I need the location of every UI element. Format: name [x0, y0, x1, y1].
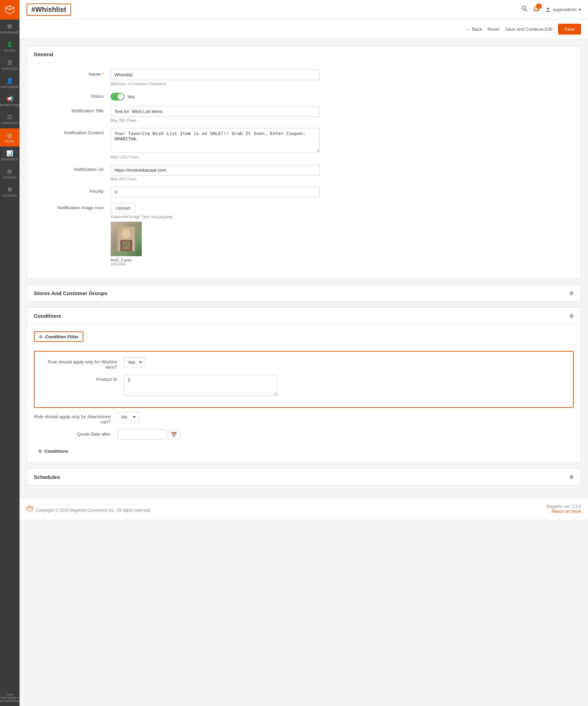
notification-url-hint: Max 250 Chars	[111, 177, 320, 181]
name-input[interactable]	[111, 69, 320, 80]
sidebar: ⊞ Dashboard 💲 Sales ☰ Catalog 👤 Customer…	[0, 0, 20, 706]
svg-point-10	[128, 245, 130, 247]
notification-title-label: Notification Title	[34, 106, 111, 113]
wishlist-rule-select-wrap: Yes No	[124, 357, 145, 367]
svg-point-0	[522, 6, 526, 10]
priority-input[interactable]	[111, 187, 320, 197]
sidebar-item-stores[interactable]: ⊞ Stores	[0, 165, 20, 183]
general-section-body: Name Minimum 3 Characters Required Statu…	[27, 62, 581, 279]
user-menu[interactable]: superadmin ▾	[545, 7, 581, 13]
upload-button[interactable]: Upload	[111, 203, 135, 213]
footer-copyright: Copyright © 2019 Magento Commerce Inc. A…	[27, 505, 151, 513]
wishlist-rule-select[interactable]: Yes No	[124, 357, 145, 367]
notification-title-hint: Max 250 Chars	[111, 118, 320, 122]
sidebar-item-system[interactable]: ⚙ System	[0, 183, 20, 201]
svg-point-9	[123, 245, 125, 247]
conditions-collapse-icon[interactable]: ⊕	[569, 313, 574, 319]
sidebar-item-push[interactable]: ◎ Push	[0, 128, 20, 147]
action-bar: ← Back Reset Save and Continue Edit Save	[20, 20, 588, 39]
abandoned-cart-select[interactable]: No Yes	[118, 412, 139, 422]
abandoned-cart-label: Rule should apply only for Abandoned car…	[34, 412, 118, 425]
notification-content-textarea[interactable]: Your favorite Wish List Item is on SALE!…	[111, 128, 320, 152]
condition-filter-badge[interactable]: ⊕ Condition Filter	[34, 331, 83, 342]
main-content: #Whishlist 4 superadmin	[20, 0, 588, 706]
quote-date-input[interactable]	[118, 429, 166, 440]
svg-point-2	[547, 8, 549, 10]
conditions-section: Conditions ⊕ ⊕ Condition Filter Rule sho…	[27, 307, 581, 463]
footer-version: Magento ver. 2.3.2	[546, 504, 581, 509]
page-content: General Name Minimum 3 Characters Requir…	[20, 39, 588, 498]
notification-url-row: Notification Url Max 250 Chars	[34, 165, 574, 181]
status-toggle-wrap: Yes	[111, 91, 320, 100]
notification-content-row: Notification Content Your favorite Wish …	[34, 128, 574, 159]
priority-row: Priority	[34, 187, 574, 197]
image-icon-label: Notification Image Icon	[34, 203, 111, 210]
sidebar-item-customers[interactable]: 👤 Customers	[0, 74, 20, 92]
image-preview: test2_2.jpeg 190x266	[111, 221, 320, 266]
notifications-icon[interactable]: 4	[533, 6, 540, 14]
reset-button[interactable]: Reset	[488, 27, 499, 32]
calendar-button[interactable]: 📅	[168, 430, 180, 440]
sidebar-item-reports[interactable]: 📊 Reports	[0, 147, 20, 165]
sub-conditions-label[interactable]: ⊕ Conditions	[34, 446, 72, 456]
sidebar-find-partners[interactable]: Find Partners & Extensions	[0, 690, 20, 706]
notification-url-label: Notification Url	[34, 165, 111, 172]
notification-url-field: Max 250 Chars	[111, 165, 320, 181]
sidebar-item-sales[interactable]: 💲 Sales	[0, 38, 20, 56]
name-hint: Minimum 3 Characters Required	[111, 82, 320, 86]
notification-count: 4	[536, 3, 542, 9]
sidebar-item-content[interactable]: ⊡ Content	[0, 110, 20, 128]
status-row: Status Yes	[34, 91, 574, 100]
stores-collapse-icon: ⊕	[569, 290, 574, 296]
push-icon: ◎	[7, 132, 13, 138]
sub-conditions-icon: ⊕	[38, 448, 42, 454]
image-icon-field: Upload Supported Image Type: png,jpg,jpe…	[111, 203, 320, 266]
priority-label: Priority	[34, 187, 111, 194]
notification-content-field: Your favorite Wish List Item is on SALE!…	[111, 128, 320, 159]
condition-filter-box: Rule should apply only for Wishlist Item…	[34, 351, 574, 408]
general-section-header: General	[27, 46, 581, 62]
dashboard-icon: ⊞	[7, 23, 12, 30]
search-icon[interactable]	[521, 6, 528, 14]
customers-icon: 👤	[6, 77, 14, 84]
stores-section-header[interactable]: Stores And Customer Groups ⊕	[27, 285, 581, 301]
username: superadmin	[553, 7, 576, 12]
topbar: #Whishlist 4 superadmin	[20, 0, 588, 20]
marketing-icon: 📢	[6, 96, 14, 102]
notification-content-hint: Max 1250 Chars	[111, 155, 320, 159]
wishlist-rule-row: Rule should apply only for Wishlist Item…	[40, 357, 567, 370]
back-button[interactable]: ← Back	[466, 27, 482, 32]
image-icon-row: Notification Image Icon Upload Supported…	[34, 203, 574, 266]
schedules-section: Schedules ⊕	[27, 468, 581, 486]
status-toggle[interactable]	[111, 93, 125, 100]
name-label: Name	[34, 69, 111, 77]
abandoned-cart-select-wrap: No Yes	[118, 412, 139, 422]
report-issue-link[interactable]: Report an Issue	[551, 509, 581, 514]
product-id-input[interactable]: 2	[124, 375, 277, 396]
sidebar-item-dashboard[interactable]: ⊞ Dashboard	[0, 20, 20, 38]
conditions-section-body: ⊕ Condition Filter Rule should apply onl…	[27, 324, 581, 463]
user-dropdown-icon: ▾	[579, 7, 581, 12]
stores-section: Stores And Customer Groups ⊕	[27, 285, 581, 302]
save-button[interactable]: Save	[558, 24, 581, 35]
schedules-section-header[interactable]: Schedules ⊕	[27, 469, 581, 485]
image-type-hint: Supported Image Type: png,jpg,jpeg	[111, 215, 320, 219]
svg-line-1	[525, 9, 527, 11]
sidebar-item-catalog[interactable]: ☰ Catalog	[0, 56, 20, 74]
conditions-section-header: Conditions ⊕	[27, 308, 581, 324]
svg-point-4	[122, 229, 130, 239]
product-id-row: Product Id 2	[40, 375, 567, 397]
save-continue-button[interactable]: Save and Continue Edit	[505, 27, 553, 32]
notification-title-input[interactable]	[111, 106, 320, 117]
topbar-right: 4 superadmin ▾	[521, 6, 581, 14]
notification-url-input[interactable]	[111, 165, 320, 175]
priority-field	[111, 187, 320, 197]
sidebar-item-marketing[interactable]: 📢 Marketing	[0, 92, 20, 110]
general-section: General Name Minimum 3 Characters Requir…	[27, 46, 581, 279]
abandoned-cart-row: Rule should apply only for Abandoned car…	[34, 412, 574, 425]
toggle-knob	[118, 93, 124, 100]
footer-right: Magento ver. 2.3.2 Report an Issue	[546, 504, 581, 514]
status-label: Status	[34, 91, 111, 99]
status-value: Yes	[127, 94, 135, 99]
status-field: Yes	[111, 91, 320, 100]
